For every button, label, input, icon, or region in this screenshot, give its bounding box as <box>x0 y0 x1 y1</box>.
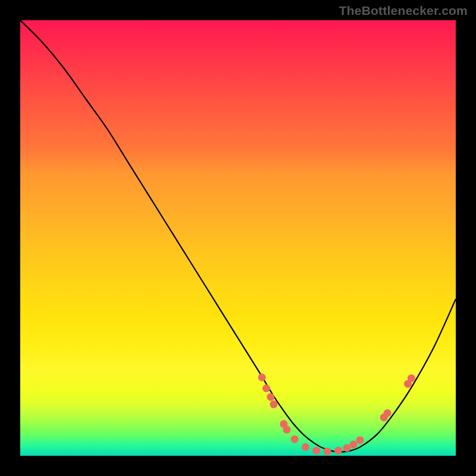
data-marker <box>267 393 274 401</box>
data-marker <box>324 447 331 455</box>
data-marker <box>283 426 290 434</box>
plot-area <box>20 20 456 456</box>
data-marker <box>334 447 342 455</box>
data-marker <box>312 447 320 455</box>
data-marker <box>291 436 299 443</box>
curve-layer <box>20 20 456 456</box>
data-marker <box>384 409 392 417</box>
data-marker <box>270 400 278 408</box>
data-marker <box>302 443 309 451</box>
chart-frame: TheBottlenecker.com <box>0 0 476 476</box>
data-marker <box>408 374 415 382</box>
bottleneck-curve <box>20 20 456 452</box>
data-marker <box>356 436 364 444</box>
data-marker <box>349 440 357 448</box>
data-marker <box>343 444 351 452</box>
marker-group <box>258 374 415 455</box>
attribution-label: TheBottlenecker.com <box>339 4 468 18</box>
data-marker <box>258 374 266 381</box>
data-marker <box>262 384 270 392</box>
